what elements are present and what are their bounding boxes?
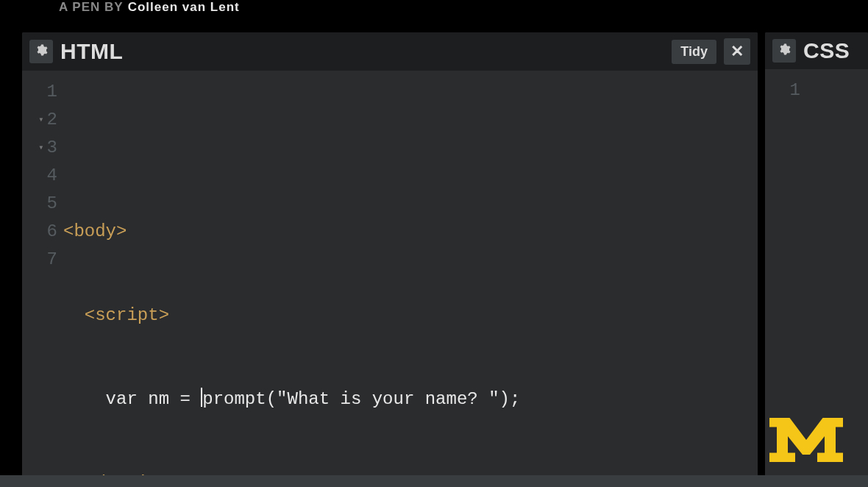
code-token: <body> bbox=[63, 221, 127, 241]
pen-author[interactable]: Colleen van Lent bbox=[128, 0, 240, 15]
fold-icon[interactable]: ▾ bbox=[37, 134, 44, 162]
panel-html-header: HTML Tidy ✕ bbox=[22, 32, 758, 71]
line-number: 1 bbox=[47, 78, 57, 106]
code-token: <script> bbox=[85, 305, 169, 325]
code-token: prompt bbox=[202, 389, 266, 409]
gear-icon bbox=[778, 43, 791, 59]
panel-html-close-button[interactable]: ✕ bbox=[724, 38, 750, 65]
gear-icon bbox=[35, 43, 48, 60]
panel-css: CSS 1 bbox=[765, 32, 868, 483]
panel-html-title: HTML bbox=[60, 39, 123, 64]
editor-html[interactable]: 1 ▾2 ▾3 4 5 6 7 <body> <script> var nm =… bbox=[22, 71, 758, 483]
code-token: var bbox=[106, 389, 138, 409]
pen-by-prefix: A PEN BY bbox=[59, 0, 124, 15]
code-token: "What is your name? " bbox=[277, 389, 499, 409]
close-icon: ✕ bbox=[730, 42, 744, 61]
top-bar: A PEN BY Colleen van Lent bbox=[0, 0, 868, 26]
workspace: HTML Tidy ✕ 1 ▾2 ▾3 4 5 6 7 <body> <scri… bbox=[0, 26, 868, 483]
line-number: 2 bbox=[47, 106, 57, 134]
panel-css-settings-button[interactable] bbox=[772, 39, 796, 63]
block-m-icon bbox=[761, 452, 852, 464]
line-number: 7 bbox=[47, 246, 57, 274]
line-number: 4 bbox=[47, 162, 57, 190]
gutter-html: 1 ▾2 ▾3 4 5 6 7 bbox=[22, 78, 63, 483]
line-number: 6 bbox=[47, 218, 57, 246]
panel-css-title: CSS bbox=[803, 38, 850, 63]
code-token: nm = bbox=[138, 389, 201, 409]
fold-icon[interactable]: ▾ bbox=[37, 106, 44, 134]
code-area-html[interactable]: <body> <script> var nm = prompt("What is… bbox=[63, 78, 758, 483]
michigan-logo bbox=[761, 418, 852, 462]
line-number: 3 bbox=[47, 134, 57, 162]
bottom-strip bbox=[0, 475, 868, 487]
panel-html-settings-button[interactable] bbox=[29, 40, 53, 63]
panel-css-header: CSS bbox=[765, 32, 868, 69]
code-token: ); bbox=[499, 389, 521, 409]
code-token: ( bbox=[266, 389, 277, 409]
tidy-button[interactable]: Tidy bbox=[672, 40, 716, 64]
panel-html: HTML Tidy ✕ 1 ▾2 ▾3 4 5 6 7 <body> <scri… bbox=[22, 32, 758, 483]
line-number: 5 bbox=[47, 190, 57, 218]
line-number: 1 bbox=[790, 77, 800, 104]
